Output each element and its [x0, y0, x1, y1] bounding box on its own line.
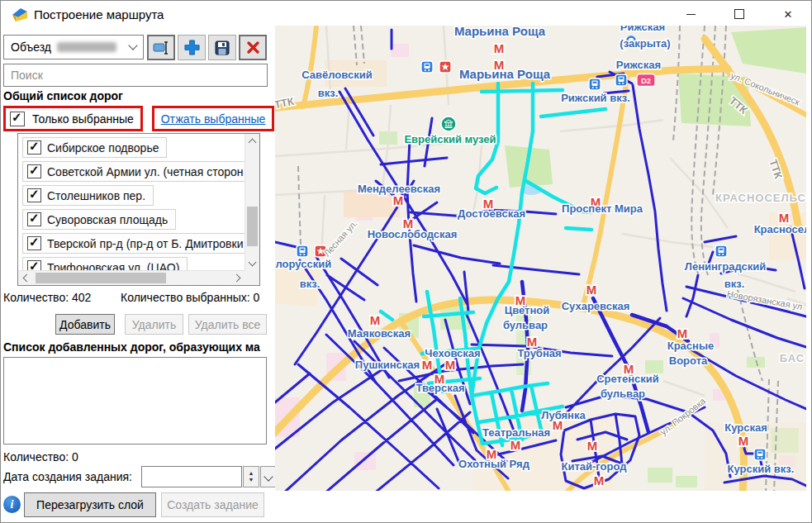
vertical-scroll-thumb[interactable]	[247, 207, 258, 246]
close-button[interactable]: ✕	[774, 3, 802, 25]
create-task-button[interactable]: Создать задание	[161, 492, 264, 517]
item-checkbox[interactable]	[27, 212, 41, 226]
list-item[interactable]: Суворовская площадь	[22, 209, 245, 230]
item-checkbox[interactable]	[27, 236, 41, 250]
reload-layer-button[interactable]: Перезагрузить слой	[24, 492, 156, 517]
date-dropdown-button[interactable]	[260, 466, 276, 487]
roads-listbox: Сибирское подворьеСоветской Армии ул. (ч…	[17, 133, 260, 286]
map-label: Марьина Роща	[459, 67, 551, 81]
scroll-up-button[interactable]	[245, 134, 259, 148]
close-icon: ✕	[784, 9, 793, 20]
map-label: Рижская	[620, 26, 665, 33]
map-label: Рижская	[616, 59, 661, 71]
svg-text:М: М	[594, 473, 605, 487]
map-label: Проспект Мира	[562, 202, 643, 215]
map[interactable]: ММММММММММММММММММММММD2 Марьина РощаМар…	[275, 26, 806, 491]
map-label: Белорусский	[275, 258, 331, 270]
map-label: Китай-город	[562, 460, 628, 473]
map-label: Ворота	[669, 354, 708, 367]
svg-text:М: М	[370, 313, 381, 327]
train-icon	[615, 74, 627, 86]
metro-icon: М	[738, 434, 749, 448]
metro-icon: М	[393, 193, 404, 207]
map-label: бульвар	[503, 319, 548, 331]
metro-icon: М	[510, 438, 521, 452]
train-icon	[715, 245, 727, 257]
only-selected-checkbox[interactable]	[10, 112, 25, 126]
metro-icon: М	[370, 313, 381, 327]
add-button[interactable]: Добавить	[55, 314, 115, 335]
metro-icon: М	[677, 326, 688, 340]
item-label: Сибирское подворье	[47, 141, 159, 155]
item-checkbox[interactable]	[27, 164, 41, 178]
scroll-left-button[interactable]	[18, 271, 32, 285]
chevron-down-icon	[264, 472, 273, 481]
svg-text:М: М	[587, 439, 598, 453]
svg-text:D2: D2	[641, 76, 651, 85]
unpress-selected-link[interactable]: Отжать выбранные	[161, 112, 266, 126]
roads-horizontal-scrollbar[interactable]	[18, 270, 245, 285]
chevron-right-icon	[233, 274, 241, 283]
horizontal-scroll-thumb[interactable]	[36, 273, 166, 283]
svg-text:М: М	[677, 326, 688, 340]
item-label: Столешников пер.	[47, 189, 145, 202]
only-selected-label: Только выбранные	[32, 112, 134, 126]
item-checkbox[interactable]	[27, 188, 41, 202]
title-bar: Построение маршрута ✕	[1, 1, 811, 29]
train-icon	[754, 449, 766, 460]
scroll-right-button[interactable]	[231, 271, 245, 285]
map-label: (закрыта)	[620, 37, 670, 50]
scroll-down-button[interactable]	[245, 257, 259, 271]
search-input[interactable]	[3, 64, 268, 87]
list-item[interactable]: Советской Армии ул. (четная сторон	[22, 161, 245, 182]
add-route-button[interactable]	[178, 35, 206, 60]
app-icon	[12, 7, 28, 22]
list-item[interactable]: Столешников пер.	[22, 185, 245, 206]
svg-text:М: М	[738, 434, 749, 448]
remove-all-button[interactable]: Удалить все	[188, 314, 267, 335]
list-item[interactable]: Трифоновская ул. (ЦАО)	[22, 257, 245, 271]
map-label: Красносел	[754, 223, 806, 235]
unpress-selected-highlight: Отжать выбранные	[152, 106, 274, 131]
redacted-route-name	[57, 42, 116, 52]
map-label: Рижский вкз.	[561, 92, 630, 104]
remove-button[interactable]: Удалить	[125, 314, 183, 335]
map-label: Савёловский	[302, 69, 372, 81]
chevron-down-icon	[249, 259, 257, 267]
train-icon	[297, 245, 308, 257]
metro-icon: М	[445, 358, 456, 372]
map-label: Сретенский	[596, 373, 659, 385]
map-label: вкз.	[318, 87, 339, 99]
chevron-down-icon	[128, 40, 137, 50]
app-window: Построение маршрута ✕ Объезд	[0, 0, 812, 523]
plus-icon	[184, 40, 200, 55]
map-label: Пушкинская	[355, 359, 420, 371]
delete-route-button[interactable]	[239, 35, 267, 60]
roads-total-count: Количество: 402	[3, 291, 91, 304]
rename-route-button[interactable]	[147, 35, 175, 60]
save-route-button[interactable]	[208, 35, 236, 60]
chevron-left-icon	[23, 274, 31, 283]
metro-icon: М	[422, 358, 433, 372]
roads-selected-count: Количество выбранных: 0	[121, 291, 259, 304]
list-item[interactable]: Сибирское подворье	[22, 137, 245, 158]
metro-icon: М	[594, 473, 605, 487]
map-label: Курский вкз.	[728, 463, 795, 475]
task-date-input[interactable]	[141, 466, 242, 487]
rename-icon	[153, 41, 169, 55]
svg-text:М: М	[510, 438, 521, 452]
map-label: БАС	[780, 352, 805, 364]
item-checkbox[interactable]	[27, 140, 41, 155]
map-label: Марьина Роща	[454, 26, 546, 38]
added-roads-listbox[interactable]	[3, 357, 267, 445]
date-stepper[interactable]: ▲▼	[243, 466, 259, 487]
minimize-button[interactable]	[677, 3, 705, 25]
map-label: Трубная	[517, 347, 561, 359]
maximize-button[interactable]	[725, 3, 753, 25]
roads-vertical-scrollbar[interactable]	[245, 134, 259, 271]
road-list: Сибирское подворьеСоветской Армии ул. (ч…	[18, 134, 245, 271]
map-label: КРАСНОСЕЛЬС	[715, 192, 806, 204]
added-roads-title: Список добавленных дорог, образующих ма	[3, 340, 273, 354]
list-item[interactable]: Тверской пр-д (пр-д от Б. Дмитровки	[22, 233, 245, 254]
route-select[interactable]: Объезд	[3, 35, 144, 59]
